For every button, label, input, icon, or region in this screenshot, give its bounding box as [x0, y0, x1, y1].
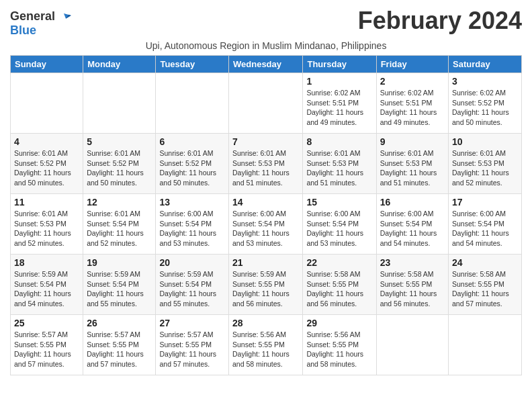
logo-blue: Blue: [10, 24, 36, 38]
day-number: 22: [306, 257, 372, 268]
calendar-cell: 15Sunrise: 6:00 AM Sunset: 5:54 PM Dayli…: [303, 194, 376, 255]
day-content: Sunrise: 5:56 AM Sunset: 5:55 PM Dayligh…: [306, 330, 372, 369]
day-content: Sunrise: 6:01 AM Sunset: 5:52 PM Dayligh…: [87, 148, 152, 188]
logo: General Blue: [10, 9, 72, 38]
day-header-thursday: Thursday: [303, 56, 376, 73]
calendar-cell: 29Sunrise: 5:56 AM Sunset: 5:55 PM Dayli…: [303, 315, 376, 375]
day-content: Sunrise: 6:01 AM Sunset: 5:53 PM Dayligh…: [232, 148, 299, 188]
day-header-sunday: Sunday: [11, 56, 83, 73]
day-number: 12: [87, 197, 152, 208]
day-number: 24: [452, 257, 518, 268]
calendar-cell: 19Sunrise: 5:59 AM Sunset: 5:54 PM Dayli…: [83, 255, 156, 315]
day-number: 5: [87, 136, 152, 147]
calendar-cell: 20Sunrise: 5:59 AM Sunset: 5:54 PM Dayli…: [156, 255, 229, 315]
day-number: 27: [159, 318, 225, 328]
logo-bird-icon: [60, 11, 72, 24]
day-header-friday: Friday: [376, 56, 448, 73]
week-row-1: 1Sunrise: 6:02 AM Sunset: 5:51 PM Daylig…: [11, 73, 522, 134]
day-number: 7: [232, 136, 299, 147]
calendar-cell: 7Sunrise: 6:01 AM Sunset: 5:53 PM Daylig…: [229, 134, 303, 194]
calendar-cell: 4Sunrise: 6:01 AM Sunset: 5:52 PM Daylig…: [11, 134, 83, 194]
day-content: Sunrise: 5:59 AM Sunset: 5:55 PM Dayligh…: [232, 269, 299, 309]
subtitle: Upi, Autonomous Region in Muslim Mindana…: [10, 40, 522, 51]
calendar-cell: [83, 73, 156, 134]
day-number: 3: [452, 76, 518, 87]
calendar-cell: 28Sunrise: 5:56 AM Sunset: 5:55 PM Dayli…: [229, 315, 303, 375]
day-content: Sunrise: 6:02 AM Sunset: 5:51 PM Dayligh…: [306, 88, 372, 128]
calendar-cell: 3Sunrise: 6:02 AM Sunset: 5:52 PM Daylig…: [449, 73, 522, 134]
day-number: 1: [306, 76, 372, 87]
day-number: 20: [159, 257, 225, 268]
day-number: 26: [87, 318, 152, 328]
calendar-cell: 2Sunrise: 6:02 AM Sunset: 5:51 PM Daylig…: [376, 73, 448, 134]
day-content: Sunrise: 6:00 AM Sunset: 5:54 PM Dayligh…: [452, 209, 518, 248]
day-number: 23: [380, 257, 445, 268]
day-content: Sunrise: 5:59 AM Sunset: 5:54 PM Dayligh…: [87, 269, 152, 309]
calendar-cell: 13Sunrise: 6:00 AM Sunset: 5:54 PM Dayli…: [156, 194, 229, 255]
day-content: Sunrise: 6:01 AM Sunset: 5:53 PM Dayligh…: [306, 148, 372, 188]
day-content: Sunrise: 6:01 AM Sunset: 5:53 PM Dayligh…: [380, 148, 445, 188]
calendar-cell: [11, 73, 83, 134]
day-content: Sunrise: 6:01 AM Sunset: 5:54 PM Dayligh…: [87, 209, 152, 248]
calendar-table: SundayMondayTuesdayWednesdayThursdayFrid…: [10, 55, 522, 375]
day-content: Sunrise: 6:00 AM Sunset: 5:54 PM Dayligh…: [306, 209, 372, 248]
day-header-wednesday: Wednesday: [229, 56, 303, 73]
day-content: Sunrise: 5:57 AM Sunset: 5:55 PM Dayligh…: [14, 330, 79, 369]
day-content: Sunrise: 5:58 AM Sunset: 5:55 PM Dayligh…: [306, 269, 372, 309]
calendar-cell: 5Sunrise: 6:01 AM Sunset: 5:52 PM Daylig…: [83, 134, 156, 194]
calendar-cell: 25Sunrise: 5:57 AM Sunset: 5:55 PM Dayli…: [11, 315, 83, 375]
day-number: 19: [87, 257, 152, 268]
header: General Blue February 2024: [10, 7, 522, 38]
logo-general: General: [10, 9, 55, 23]
calendar-cell: 8Sunrise: 6:01 AM Sunset: 5:53 PM Daylig…: [303, 134, 376, 194]
calendar-cell: 26Sunrise: 5:57 AM Sunset: 5:55 PM Dayli…: [83, 315, 156, 375]
calendar-cell: 12Sunrise: 6:01 AM Sunset: 5:54 PM Dayli…: [83, 194, 156, 255]
week-row-5: 25Sunrise: 5:57 AM Sunset: 5:55 PM Dayli…: [11, 315, 522, 375]
day-header-saturday: Saturday: [449, 56, 522, 73]
day-content: Sunrise: 6:02 AM Sunset: 5:51 PM Dayligh…: [380, 88, 445, 128]
week-row-4: 18Sunrise: 5:59 AM Sunset: 5:54 PM Dayli…: [11, 255, 522, 315]
month-title: February 2024: [358, 7, 522, 35]
calendar-header-row: SundayMondayTuesdayWednesdayThursdayFrid…: [11, 56, 522, 73]
day-number: 17: [452, 197, 518, 208]
day-number: 8: [306, 136, 372, 147]
day-number: 13: [159, 197, 225, 208]
week-row-3: 11Sunrise: 6:01 AM Sunset: 5:53 PM Dayli…: [11, 194, 522, 255]
day-content: Sunrise: 5:57 AM Sunset: 5:55 PM Dayligh…: [87, 330, 152, 369]
calendar-cell: [449, 315, 522, 375]
day-header-monday: Monday: [83, 56, 156, 73]
calendar-cell: 6Sunrise: 6:01 AM Sunset: 5:52 PM Daylig…: [156, 134, 229, 194]
calendar-cell: 21Sunrise: 5:59 AM Sunset: 5:55 PM Dayli…: [229, 255, 303, 315]
day-number: 9: [380, 136, 445, 147]
day-number: 6: [159, 136, 225, 147]
week-row-2: 4Sunrise: 6:01 AM Sunset: 5:52 PM Daylig…: [11, 134, 522, 194]
day-number: 18: [14, 257, 79, 268]
day-number: 16: [380, 197, 445, 208]
day-number: 2: [380, 76, 445, 87]
day-content: Sunrise: 5:58 AM Sunset: 5:55 PM Dayligh…: [380, 269, 445, 309]
calendar-cell: 27Sunrise: 5:57 AM Sunset: 5:55 PM Dayli…: [156, 315, 229, 375]
day-content: Sunrise: 6:01 AM Sunset: 5:53 PM Dayligh…: [14, 209, 79, 248]
day-number: 10: [452, 136, 518, 147]
calendar-cell: [376, 315, 448, 375]
calendar-cell: 11Sunrise: 6:01 AM Sunset: 5:53 PM Dayli…: [11, 194, 83, 255]
day-number: 15: [306, 197, 372, 208]
day-number: 29: [306, 318, 372, 328]
calendar-cell: 23Sunrise: 5:58 AM Sunset: 5:55 PM Dayli…: [376, 255, 448, 315]
day-content: Sunrise: 6:00 AM Sunset: 5:54 PM Dayligh…: [232, 209, 299, 248]
calendar-cell: [156, 73, 229, 134]
calendar-cell: 18Sunrise: 5:59 AM Sunset: 5:54 PM Dayli…: [11, 255, 83, 315]
day-number: 21: [232, 257, 299, 268]
day-number: 14: [232, 197, 299, 208]
day-content: Sunrise: 6:02 AM Sunset: 5:52 PM Dayligh…: [452, 88, 518, 128]
day-content: Sunrise: 6:00 AM Sunset: 5:54 PM Dayligh…: [159, 209, 225, 248]
calendar-cell: 9Sunrise: 6:01 AM Sunset: 5:53 PM Daylig…: [376, 134, 448, 194]
day-content: Sunrise: 5:56 AM Sunset: 5:55 PM Dayligh…: [232, 330, 299, 369]
day-content: Sunrise: 6:01 AM Sunset: 5:53 PM Dayligh…: [452, 148, 518, 188]
day-number: 28: [232, 318, 299, 328]
day-content: Sunrise: 5:57 AM Sunset: 5:55 PM Dayligh…: [159, 330, 225, 369]
day-content: Sunrise: 6:01 AM Sunset: 5:52 PM Dayligh…: [14, 148, 79, 188]
day-number: 25: [14, 318, 79, 328]
day-header-tuesday: Tuesday: [156, 56, 229, 73]
calendar-cell: 17Sunrise: 6:00 AM Sunset: 5:54 PM Dayli…: [449, 194, 522, 255]
